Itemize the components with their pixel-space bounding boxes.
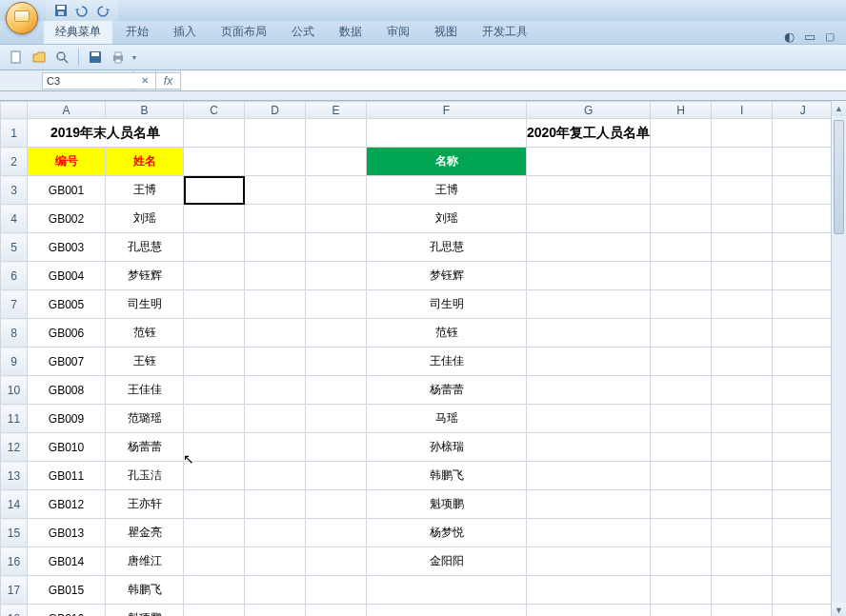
cell-A5[interactable]: GB003 <box>28 233 106 262</box>
cell-C18[interactable] <box>184 605 245 617</box>
expand-icon[interactable]: ▢ <box>825 30 835 43</box>
col-header-F[interactable]: F <box>367 102 527 119</box>
cell-D4[interactable] <box>245 205 306 233</box>
cell-H2[interactable] <box>651 148 712 176</box>
cell-J8[interactable] <box>773 319 834 348</box>
cell-I18[interactable] <box>712 605 773 617</box>
row-header[interactable]: 11 <box>1 405 28 433</box>
cell-C2[interactable] <box>184 148 245 176</box>
cell-A16[interactable]: GB014 <box>28 547 106 576</box>
cell-C10[interactable] <box>184 376 245 405</box>
cell-I2[interactable] <box>712 148 773 176</box>
row-header[interactable]: 5 <box>1 233 28 262</box>
col-header-B[interactable]: B <box>106 102 184 119</box>
tab-developer[interactable]: 开发工具 <box>471 20 539 44</box>
cell-E13[interactable] <box>306 462 367 490</box>
cell-G15[interactable] <box>527 519 651 547</box>
cell-G16[interactable] <box>527 547 651 576</box>
row-header[interactable]: 15 <box>1 519 28 547</box>
cell-H18[interactable] <box>651 605 712 617</box>
fx-icon[interactable]: fx <box>156 70 181 90</box>
cell-G12[interactable] <box>527 433 651 462</box>
cell-G9[interactable] <box>527 348 651 376</box>
tab-review[interactable]: 审阅 <box>375 20 421 44</box>
cell-F7[interactable]: 司生明 <box>367 290 527 319</box>
cell-H16[interactable] <box>651 547 712 576</box>
cell-G10[interactable] <box>527 376 651 405</box>
cell-D13[interactable] <box>245 462 306 490</box>
cell-C3[interactable] <box>184 176 245 205</box>
cell-I15[interactable] <box>712 519 773 547</box>
cell-G14[interactable] <box>527 490 651 519</box>
cell-D10[interactable] <box>245 376 306 405</box>
spreadsheet-grid[interactable]: A B C D E F G H I J 12019年末人员名单2020年复工人员… <box>0 101 834 616</box>
cell-A14[interactable]: GB012 <box>28 490 106 519</box>
select-all-corner[interactable] <box>1 102 28 119</box>
cell-H17[interactable] <box>651 576 712 605</box>
tab-formulas[interactable]: 公式 <box>280 20 326 44</box>
cell-J17[interactable] <box>773 576 834 605</box>
save-icon-2[interactable] <box>87 49 104 66</box>
cell-F8[interactable]: 范钰 <box>367 319 527 348</box>
cell-F11[interactable]: 马瑶 <box>367 405 527 433</box>
cell-H7[interactable] <box>651 290 712 319</box>
undo-icon[interactable] <box>74 3 90 18</box>
cell-J12[interactable] <box>773 433 834 462</box>
cell-C9[interactable] <box>184 348 245 376</box>
cell-H12[interactable] <box>651 433 712 462</box>
col-header-H[interactable]: H <box>651 102 712 119</box>
cell-E3[interactable] <box>306 176 367 205</box>
cell-I17[interactable] <box>712 576 773 605</box>
minimize-ribbon-icon[interactable]: ▭ <box>804 30 816 44</box>
cell-C8[interactable] <box>184 319 245 348</box>
cell-G8[interactable] <box>527 319 651 348</box>
cell-B12[interactable]: 杨蕾蕾 <box>106 433 184 462</box>
cell-B9[interactable]: 王钰 <box>106 348 184 376</box>
cancel-formula-icon[interactable]: ✕ <box>133 70 156 90</box>
cell-J18[interactable] <box>773 605 834 617</box>
cell-I3[interactable] <box>712 176 773 205</box>
row-header[interactable]: 7 <box>1 290 28 319</box>
cell-J6[interactable] <box>773 262 834 290</box>
cell-J11[interactable] <box>773 405 834 433</box>
cell-E14[interactable] <box>306 490 367 519</box>
cell-C7[interactable] <box>184 290 245 319</box>
cell-F14[interactable]: 魁项鹏 <box>367 490 527 519</box>
cell-H14[interactable] <box>651 490 712 519</box>
cell-J9[interactable] <box>773 348 834 376</box>
redo-icon[interactable] <box>95 3 111 18</box>
col-header-A[interactable]: A <box>28 102 106 119</box>
cell-D3[interactable] <box>245 176 306 205</box>
cell-F4[interactable]: 刘瑶 <box>367 205 527 233</box>
cell-E8[interactable] <box>306 319 367 348</box>
cell-C16[interactable] <box>184 547 245 576</box>
cell-A3[interactable]: GB001 <box>28 176 106 205</box>
cell-E17[interactable] <box>306 576 367 605</box>
cell-A4[interactable]: GB002 <box>28 205 106 233</box>
cell-D15[interactable] <box>245 519 306 547</box>
cell-F6[interactable]: 梦钰辉 <box>367 262 527 290</box>
cell-E2[interactable] <box>306 148 367 176</box>
cell-C14[interactable] <box>184 490 245 519</box>
cell-D18[interactable] <box>245 605 306 617</box>
print-icon[interactable] <box>110 49 127 66</box>
col-header-I[interactable]: I <box>712 102 773 119</box>
cell-D12[interactable] <box>245 433 306 462</box>
cell-G7[interactable] <box>527 290 651 319</box>
cell-F3[interactable]: 王博 <box>367 176 527 205</box>
cell-D1[interactable] <box>245 119 306 148</box>
cell-I6[interactable] <box>712 262 773 290</box>
cell-E7[interactable] <box>306 290 367 319</box>
cell-A10[interactable]: GB008 <box>28 376 106 405</box>
cell-A1[interactable]: 2019年末人员名单 <box>28 119 184 148</box>
row-header[interactable]: 1 <box>1 119 28 148</box>
cell-E1[interactable] <box>306 119 367 148</box>
cell-D8[interactable] <box>245 319 306 348</box>
cell-F10[interactable]: 杨蕾蕾 <box>367 376 527 405</box>
cell-B8[interactable]: 范钰 <box>106 319 184 348</box>
cell-J14[interactable] <box>773 490 834 519</box>
row-header[interactable]: 3 <box>1 176 28 205</box>
cell-B3[interactable]: 王博 <box>106 176 184 205</box>
cell-C4[interactable] <box>184 205 245 233</box>
cell-G13[interactable] <box>527 462 651 490</box>
